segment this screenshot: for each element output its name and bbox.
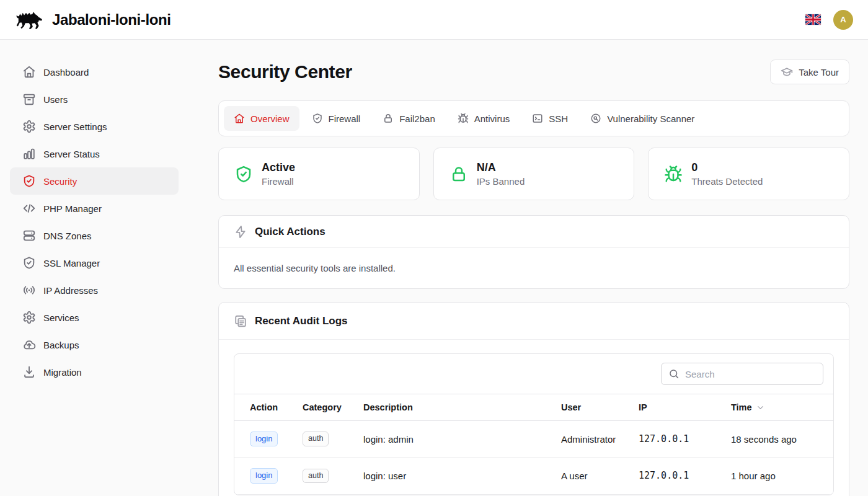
audit-table: Action Category Description User IP Time [234,394,833,495]
take-tour-button[interactable]: Take Tour [770,60,849,84]
main-content: Security Center Take Tour Overview Firew… [188,40,868,496]
sidebar-item-dns-zones[interactable]: DNS Zones [10,222,179,249]
sidebar-item-security[interactable]: Security [10,167,179,195]
gear-icon [22,311,36,324]
tab-label: Fail2ban [399,113,435,124]
ip-cell: 127.0.0.1 [639,421,731,458]
sidebar-item-label: Server Status [43,149,100,159]
tab-overview[interactable]: Overview [224,106,299,131]
tab-label: Firewall [329,113,361,124]
quick-actions-title: Quick Actions [255,226,326,238]
lightning-icon [234,225,247,239]
tab-label: SSH [549,113,568,124]
bug-icon [664,165,683,184]
sidebar-item-backups[interactable]: Backups [10,331,179,358]
action-badge: login [250,468,278,483]
sidebar-item-label: Backups [43,340,79,350]
time-cell: 18 seconds ago [731,421,833,458]
tab-vulnerability-scanner[interactable]: Vulnerability Scanner [580,106,704,131]
sidebar-item-label: IP Addresses [43,285,98,296]
stat-value: 0 [691,161,763,174]
sidebar-item-label: Dashboard [43,67,89,78]
sidebar-item-ip-addresses[interactable]: IP Addresses [10,277,179,304]
stat-label: IPs Banned [477,176,525,187]
description-cell: login: admin [363,421,561,458]
boar-logo-icon [15,9,45,31]
page-title: Security Center [218,61,352,82]
description-cell: login: user [363,458,561,494]
sidebar-item-server-status[interactable]: Server Status [10,140,179,167]
terminal-icon [532,113,543,124]
audit-search-input[interactable] [685,369,816,379]
tab-ssh[interactable]: SSH [522,106,578,131]
time-cell: 1 hour ago [731,458,833,494]
column-header-category[interactable]: Category [303,394,363,421]
stat-label: Threats Detected [691,176,763,187]
stat-label: Firewall [262,176,295,187]
shield-check-icon [312,113,323,124]
stat-value: Active [262,161,295,174]
lock-icon [383,113,394,124]
tab-label: Overview [250,113,290,124]
bar-chart-icon [22,147,36,161]
tab-label: Antivirus [474,113,510,124]
code-icon [22,202,36,215]
app-title: Jabaloni-loni-loni [52,11,170,29]
action-badge: login [250,432,278,446]
cloud-upload-icon [22,338,36,352]
server-icon [22,229,36,242]
security-tabs: Overview Firewall Fail2ban Antivirus SSH… [218,100,849,136]
quick-actions-card: Quick Actions All essential security too… [218,215,849,289]
archive-icon [22,92,36,106]
sidebar-item-migration[interactable]: Migration [10,358,179,386]
tab-label: Vulnerability Scanner [607,113,694,124]
search-icon [668,368,680,379]
user-cell: Administrator [561,421,639,458]
audit-table-header-row: Action Category Description User IP Time [234,394,833,421]
stat-card-ips-banned: N/A IPs Banned [433,148,635,200]
clipboard-icon [234,314,247,328]
sidebar-item-label: Server Settings [43,122,107,132]
sidebar-item-label: Security [43,176,77,187]
stat-card-firewall: Active Firewall [218,148,420,200]
graduation-cap-icon [781,66,793,78]
sidebar-item-label: Services [43,312,79,323]
column-header-action[interactable]: Action [234,394,303,421]
quick-actions-message: All essential security tools are install… [219,248,849,288]
sidebar-item-services[interactable]: Services [10,304,179,331]
audit-logs-title: Recent Audit Logs [255,315,348,327]
gear-icon [22,120,36,133]
category-badge: auth [303,432,329,446]
sidebar-item-server-settings[interactable]: Server Settings [10,113,179,140]
stat-card-threats: 0 Threats Detected [648,148,849,200]
column-header-ip[interactable]: IP [639,394,731,421]
sidebar-item-php-manager[interactable]: PHP Manager [10,195,179,222]
brand[interactable]: Jabaloni-loni-loni [15,9,170,31]
sidebar-item-dashboard[interactable]: Dashboard [10,58,179,86]
home-icon [22,65,36,79]
audit-search [661,363,823,385]
column-header-time-label: Time [731,402,752,412]
broadcast-icon [22,283,36,297]
tab-antivirus[interactable]: Antivirus [448,106,520,131]
sidebar-item-label: PHP Manager [43,203,102,214]
sidebar-item-label: DNS Zones [43,231,92,241]
sidebar: Dashboard Users Server Settings Server S… [0,40,188,496]
shield-check-icon [234,165,253,184]
column-header-time[interactable]: Time [731,394,833,421]
column-header-user[interactable]: User [561,394,639,421]
sidebar-item-users[interactable]: Users [10,86,179,113]
chevron-down-icon [756,403,765,412]
sidebar-item-ssl-manager[interactable]: SSL Manager [10,249,179,277]
column-header-description[interactable]: Description [363,394,561,421]
uk-flag-icon[interactable] [805,14,821,25]
sidebar-item-label: Users [43,94,68,105]
category-badge: auth [303,469,329,484]
bug-icon [458,113,469,124]
sidebar-item-label: Migration [43,367,82,378]
tab-fail2ban[interactable]: Fail2ban [373,106,445,131]
user-avatar[interactable]: A [833,10,853,30]
tab-firewall[interactable]: Firewall [302,106,371,131]
home-icon [234,113,245,124]
stat-value: N/A [477,161,525,174]
